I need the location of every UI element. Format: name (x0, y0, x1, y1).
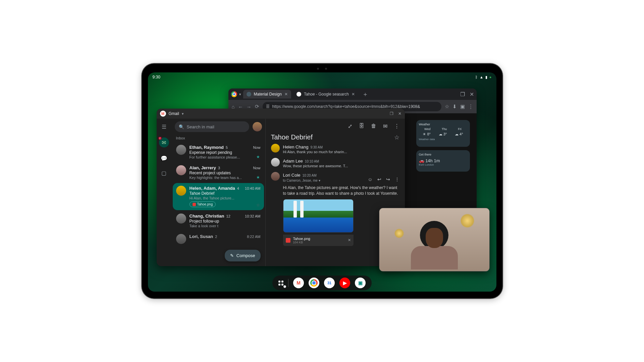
window-close-icon[interactable]: ✕ (398, 111, 401, 116)
mail-item[interactable]: Ethan, Raymond5Now Expense report pendin… (173, 142, 264, 162)
mail-item[interactable]: Chang, Christian1210:32 AM Project follo… (173, 211, 264, 231)
reply-icon[interactable]: ↩ (377, 177, 381, 182)
attachment-chip[interactable]: Tahoe.png (190, 201, 216, 207)
mail-time: 8:22 AM (247, 235, 260, 239)
overflow-menu-icon[interactable]: ⋮ (468, 104, 473, 110)
menu-icon[interactable]: ☰ (160, 123, 168, 131)
weather-day: Fri (458, 127, 462, 131)
delete-icon[interactable]: 🗑 (371, 123, 376, 129)
chat-nav-icon[interactable]: 💬 (160, 154, 168, 162)
pencil-icon: ✎ (230, 253, 234, 258)
tab-favicon-icon (297, 92, 301, 97)
taskbar-app-chrome[interactable] (309, 278, 319, 288)
overflow-menu-icon[interactable]: ⋮ (394, 123, 399, 129)
mail-count: 5 (226, 145, 228, 149)
message-preview: Wow, these picturese are awesome. T... (283, 164, 399, 168)
bookmark-icon[interactable]: ☆ (445, 104, 449, 110)
mail-count: 2 (215, 235, 217, 239)
message-time: 10:20 AM (303, 174, 317, 177)
weather-day: Thu (442, 127, 447, 131)
archive-icon[interactable]: 🗄 (359, 123, 364, 129)
video-call-pip[interactable] (379, 208, 490, 272)
search-placeholder: Search in mail (187, 124, 214, 129)
taskbar-app-calendar[interactable]: 31 (324, 278, 335, 288)
tab-label: Tahoe - Google seasarch (304, 92, 349, 97)
directions-card[interactable]: Get there 🚗 14h 1m from London (416, 150, 470, 172)
new-tab-button[interactable]: ＋ (360, 90, 370, 98)
window-close-icon[interactable]: ✕ (470, 91, 474, 98)
directions-label: Get there (419, 153, 467, 156)
wifi-icon: ▲ (480, 75, 483, 79)
taskbar-app-meet[interactable]: ▣ (355, 278, 366, 288)
mail-time: Now (253, 166, 260, 170)
directions-from: from London (419, 163, 467, 166)
tab-close-icon[interactable]: ✕ (352, 92, 355, 97)
message-preview: Hi Alan, thank you so much for sharin... (283, 150, 399, 154)
search-input[interactable]: 🔍 Search in mail (175, 121, 249, 132)
reader-icon[interactable]: ▣ (460, 104, 465, 110)
taskbar-app-gmail[interactable]: M (293, 278, 304, 288)
weather-footer: Weather data (419, 138, 467, 141)
download-icon[interactable]: ⬇ (452, 104, 457, 110)
tablet-frame: 9:30 ᛒ ▲ ▮ ● ▾ Material Design ✕ Ta (142, 64, 502, 298)
mail-item[interactable]: Lori, Susan28:22 AM (173, 231, 264, 247)
tab-tahoe-search[interactable]: Tahoe - Google seasarch ✕ (293, 90, 358, 99)
attachment-name: Tahoe.png (197, 202, 213, 206)
gmail-titlebar[interactable]: M Gmail ▾ ❐ ✕ (157, 109, 405, 119)
chevron-down-icon[interactable]: ▾ (319, 179, 320, 182)
message-recipients: to Cameron, Jesse, me (283, 179, 318, 182)
thread-message[interactable]: Adam Lee10:10 AM Wow, these picturese ar… (271, 158, 399, 168)
thread-message[interactable]: Helen Chang9:30 AM Hi Alan, thank you so… (271, 144, 399, 154)
tab-close-icon[interactable]: ✕ (284, 92, 288, 97)
attachment-bar[interactable]: Tahoe.png 104 KB ✕ (283, 235, 354, 246)
mail-time: 10:40 AM (245, 186, 260, 190)
app-drawer-icon[interactable] (278, 281, 283, 286)
message-time: 10:10 AM (305, 160, 319, 163)
gmail-window[interactable]: M Gmail ▾ ❐ ✕ ☰ ✉2 💬 ▢ 🔍 (157, 109, 405, 266)
weather-card[interactable]: Weather Wed Thu Fri ☀ 8° ☁ 3° ☁ 4° Weath… (416, 120, 470, 147)
star-icon[interactable]: ★ (256, 175, 260, 180)
bluetooth-icon: ᛒ (475, 75, 478, 79)
message-sender: Adam Lee (283, 159, 303, 164)
mail-item-selected[interactable]: Helen, Adam, Amanda410:40 AM Tahoe Debri… (173, 183, 264, 210)
chrome-menu-icon[interactable] (231, 91, 237, 97)
sender-avatar (271, 172, 280, 181)
chevron-down-icon[interactable]: ▾ (239, 92, 241, 97)
emoji-react-icon[interactable]: ☺ (368, 177, 372, 182)
expand-icon[interactable]: ⤢ (348, 123, 352, 129)
sender-avatar (176, 234, 186, 244)
close-icon[interactable]: ✕ (348, 238, 351, 242)
account-avatar[interactable] (253, 122, 262, 131)
tablet-screen: 9:30 ᛒ ▲ ▮ ● ▾ Material Design ✕ Ta (148, 72, 496, 292)
mark-unread-icon[interactable]: ✉ (383, 123, 387, 129)
site-info-icon[interactable]: ☰ (266, 104, 270, 109)
window-restore-icon[interactable]: ❐ (390, 111, 393, 116)
gmail-nav-rail: ☰ ✉2 💬 ▢ (157, 119, 171, 266)
sender-avatar (176, 186, 186, 196)
image-file-icon (286, 238, 290, 243)
email-photo-attachment[interactable] (283, 199, 354, 233)
mail-sender: Lori, Susan (190, 234, 213, 239)
status-bar: 9:30 ᛒ ▲ ▮ ● (148, 72, 496, 82)
chevron-down-icon[interactable]: ▾ (182, 112, 184, 116)
star-icon[interactable]: ★ (256, 155, 260, 159)
mail-time: 10:32 AM (245, 214, 260, 218)
message-body: Hi Alan, the Tahoe pictures are great. H… (283, 185, 399, 196)
meet-nav-icon[interactable]: ▢ (160, 169, 168, 177)
weather-label: Weather (419, 123, 467, 126)
tab-material-design[interactable]: Material Design ✕ (243, 90, 291, 99)
mail-item[interactable]: Alan, Jerrery3Now Recent project updates… (173, 163, 264, 182)
star-icon[interactable]: ☆ (394, 134, 399, 141)
taskbar-app-youtube[interactable]: ▶ (339, 278, 350, 288)
forward-icon[interactable]: ↪ (386, 177, 390, 182)
mail-nav-icon[interactable]: ✉2 (159, 137, 169, 147)
overflow-menu-icon[interactable]: ⋮ (395, 177, 399, 182)
mail-preview: Key highlights: the team has a... (190, 176, 261, 180)
battery-icon: ▮ (485, 75, 487, 79)
mail-preview: For further assistance please... (190, 155, 261, 159)
compose-button[interactable]: ✎ Compose (225, 250, 261, 261)
window-restore-icon[interactable]: ❐ (460, 91, 465, 98)
mail-subject: Expense report pending (190, 150, 261, 155)
star-icon[interactable]: ☆ (256, 203, 260, 207)
mail-preview: Hi Alan, the Tahoe picture... (190, 196, 261, 200)
